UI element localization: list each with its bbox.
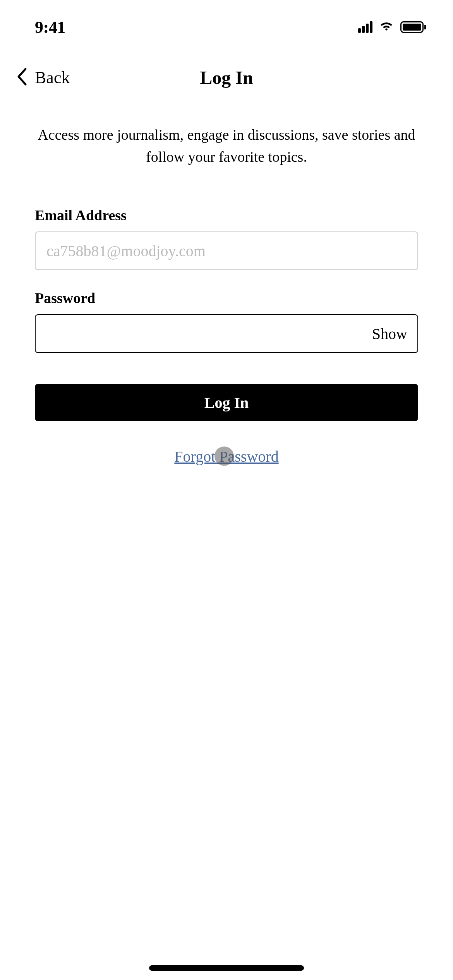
forgot-password-link[interactable]: Forgot Password — [174, 448, 278, 465]
cellular-signal-icon — [358, 21, 372, 33]
page-title: Log In — [200, 67, 253, 88]
forgot-password-wrapper: Forgot Password — [35, 447, 418, 466]
email-field[interactable] — [35, 231, 418, 270]
password-label: Password — [35, 290, 418, 307]
password-field[interactable] — [35, 314, 418, 353]
login-form: Email Address Password Show Log In Forgo… — [0, 168, 453, 466]
password-group: Password Show — [35, 290, 418, 353]
status-bar: 9:41 — [0, 0, 453, 54]
wifi-icon — [379, 21, 394, 34]
chevron-left-icon — [15, 67, 28, 87]
home-indicator — [149, 965, 304, 971]
status-time: 9:41 — [35, 17, 65, 37]
show-password-button[interactable]: Show — [372, 325, 407, 343]
status-icons — [358, 21, 426, 34]
back-button[interactable]: Back — [15, 67, 70, 87]
login-button[interactable]: Log In — [35, 384, 418, 421]
battery-icon — [400, 21, 426, 33]
email-label: Email Address — [35, 207, 418, 224]
email-group: Email Address — [35, 207, 418, 270]
page-subtitle: Access more journalism, engage in discus… — [0, 101, 453, 168]
nav-header: Back Log In — [0, 54, 453, 101]
back-label: Back — [35, 68, 70, 87]
